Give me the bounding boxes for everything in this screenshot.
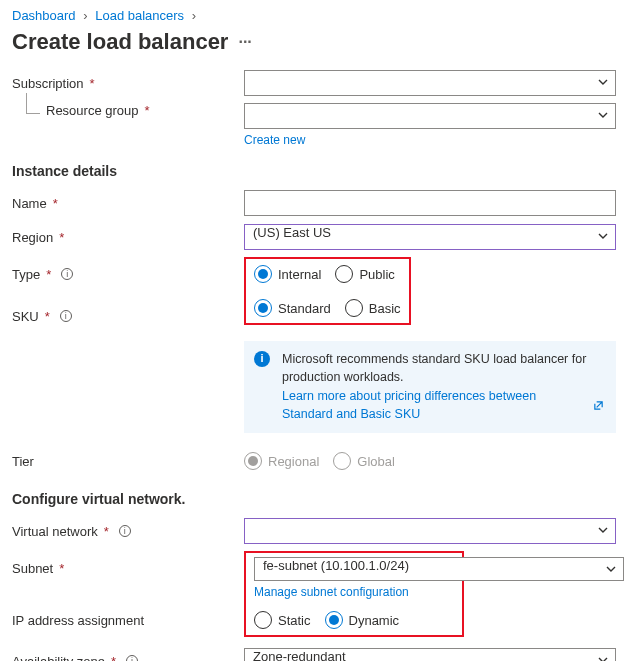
tier-global-radio: Global bbox=[333, 452, 395, 470]
chevron-down-icon bbox=[597, 230, 609, 242]
sku-standard-radio[interactable]: Standard bbox=[254, 299, 331, 317]
external-link-icon bbox=[593, 400, 604, 411]
info-icon[interactable]: i bbox=[60, 310, 72, 322]
availability-zone-label: Availability zone* i bbox=[12, 654, 244, 662]
learn-more-link[interactable]: Learn more about pricing differences bet… bbox=[282, 388, 604, 423]
chevron-down-icon bbox=[597, 109, 609, 121]
type-internal-radio[interactable]: Internal bbox=[254, 265, 321, 283]
ip-static-radio[interactable]: Static bbox=[254, 611, 311, 629]
subnet-ip-highlight: fe-subnet (10.100.1.0/24) Manage subnet … bbox=[244, 551, 464, 637]
instance-details-heading: Instance details bbox=[12, 163, 616, 179]
subscription-label: Subscription* bbox=[12, 76, 244, 91]
resource-group-label: Resource group* bbox=[12, 103, 244, 118]
vnet-label: Virtual network* i bbox=[12, 524, 244, 539]
resource-group-select[interactable] bbox=[244, 103, 616, 129]
tier-regional-radio: Regional bbox=[244, 452, 319, 470]
subscription-select[interactable] bbox=[244, 70, 616, 96]
type-sku-highlight: Internal Public Standard Basic bbox=[244, 257, 411, 325]
info-icon: i bbox=[254, 351, 270, 367]
chevron-down-icon bbox=[597, 76, 609, 88]
breadcrumb: Dashboard › Load balancers › bbox=[12, 6, 616, 27]
breadcrumb-load-balancers[interactable]: Load balancers bbox=[95, 8, 184, 23]
tier-label: Tier bbox=[12, 454, 244, 469]
region-select[interactable]: (US) East US bbox=[244, 224, 616, 250]
name-label: Name* bbox=[12, 196, 244, 211]
chevron-down-icon bbox=[597, 524, 609, 536]
availability-zone-select[interactable]: Zone-redundant bbox=[244, 648, 616, 661]
type-label: Type* i bbox=[12, 261, 244, 282]
ip-assignment-label: IP address assignment bbox=[12, 607, 244, 628]
type-public-radio[interactable]: Public bbox=[335, 265, 394, 283]
subnet-label: Subnet* bbox=[12, 555, 244, 576]
info-icon[interactable]: i bbox=[119, 525, 131, 537]
sku-info-panel: i Microsoft recommends standard SKU load… bbox=[244, 341, 616, 433]
sku-label: SKU* i bbox=[12, 303, 244, 324]
info-icon[interactable]: i bbox=[126, 655, 138, 661]
vnet-select[interactable] bbox=[244, 518, 616, 544]
configure-vnet-heading: Configure virtual network. bbox=[12, 491, 616, 507]
name-input[interactable] bbox=[244, 190, 616, 216]
chevron-down-icon bbox=[597, 654, 609, 661]
more-menu-icon[interactable]: ··· bbox=[238, 33, 251, 51]
page-title: Create load balancer ··· bbox=[12, 29, 616, 55]
breadcrumb-dashboard[interactable]: Dashboard bbox=[12, 8, 76, 23]
region-label: Region* bbox=[12, 230, 244, 245]
sku-basic-radio[interactable]: Basic bbox=[345, 299, 401, 317]
chevron-down-icon bbox=[605, 563, 617, 575]
manage-subnet-link[interactable]: Manage subnet configuration bbox=[254, 585, 409, 599]
info-icon[interactable]: i bbox=[61, 268, 73, 280]
chevron-right-icon: › bbox=[83, 8, 87, 23]
chevron-right-icon: › bbox=[192, 8, 196, 23]
ip-dynamic-radio[interactable]: Dynamic bbox=[325, 611, 400, 629]
subnet-select[interactable]: fe-subnet (10.100.1.0/24) bbox=[254, 557, 624, 581]
create-new-link[interactable]: Create new bbox=[244, 133, 305, 147]
